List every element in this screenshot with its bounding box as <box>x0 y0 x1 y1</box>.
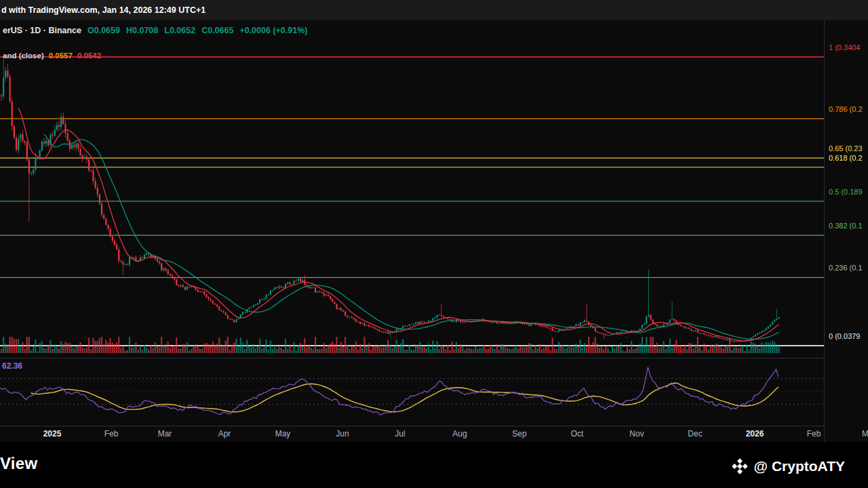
publish-bar: d with TradingView.com, Jan 14, 2026 12:… <box>0 0 868 20</box>
ohlc-low: L0.0652 <box>164 26 195 35</box>
time-axis-label: 2026 <box>738 426 772 442</box>
time-axis-label: Jul <box>383 426 417 442</box>
indicator-name[interactable]: and (close) <box>3 52 44 60</box>
ohlc-close: C0.0665 <box>201 26 233 35</box>
fib-level-label: 0.786 (0.2 <box>829 104 863 114</box>
fib-level-label: 0.65 (0.23 <box>829 144 863 153</box>
footer-bar: View @ CryptoATY <box>0 442 868 488</box>
time-axis[interactable]: 2025FebMarAprMayJunJulAugSepOctNovDec202… <box>0 426 868 442</box>
time-axis-label: Nov <box>620 426 654 442</box>
time-axis-label: Feb <box>94 426 128 442</box>
panel-separator[interactable] <box>0 358 825 359</box>
price-change: +0.0006 (+0.91%) <box>239 26 307 35</box>
ohlc-open: O0.0659 <box>87 26 120 35</box>
credit-badge: @ CryptoATY <box>732 458 845 474</box>
time-axis-label: Mar <box>148 426 182 442</box>
indicator-value-2: 0.0542 <box>77 52 101 60</box>
tradingview-logo-text: View <box>0 454 37 473</box>
time-axis-label: May <box>266 426 300 442</box>
credit-text: @ CryptoATY <box>754 458 845 474</box>
publish-bar-text: d with TradingView.com, Jan 14, 2026 12:… <box>1 5 205 15</box>
fib-level-label: 1 (0.3404 <box>829 43 860 52</box>
tradingview-chart-screenshot: d with TradingView.com, Jan 14, 2026 12:… <box>0 0 868 488</box>
fib-level-label: 0.5 (0.189 <box>829 187 863 197</box>
indicator-value-1: 0.0557 <box>49 52 73 60</box>
time-axis-label: Sep <box>502 426 536 442</box>
price-axis-border <box>824 20 825 442</box>
time-axis-label: Jun <box>326 426 359 442</box>
fib-level-label: 0 (0.0379 <box>829 331 860 341</box>
time-axis-label: M <box>848 426 868 442</box>
time-axis-label: 2025 <box>35 426 69 442</box>
time-axis-label: Aug <box>443 426 477 442</box>
time-axis-label: Oct <box>560 426 594 442</box>
time-axis-label: Feb <box>797 426 831 442</box>
time-axis-label: Apr <box>208 426 241 442</box>
price-chart-svg[interactable] <box>0 0 868 488</box>
fib-level-label: 0.236 (0.1 <box>829 263 863 272</box>
symbol-row: erUS · 1D · BinanceO0.0659H0.0708L0.0652… <box>3 26 307 35</box>
fib-level-label: 0.382 (0.1 <box>829 221 863 230</box>
price-axis[interactable]: 1 (0.34040.786 (0.20.65 (0.230.618 (0.20… <box>826 20 868 442</box>
fib-level-label: 0.618 (0.2 <box>829 153 863 163</box>
indicator-row: and (close)0.05570.0542 <box>3 52 101 60</box>
symbol-title[interactable]: erUS · 1D · Binance <box>3 26 81 35</box>
rsi-value: 62.36 <box>2 361 22 371</box>
ohlc-high: H0.0708 <box>126 26 158 35</box>
time-axis-label: Dec <box>678 426 712 442</box>
binance-logo-icon <box>732 458 748 474</box>
